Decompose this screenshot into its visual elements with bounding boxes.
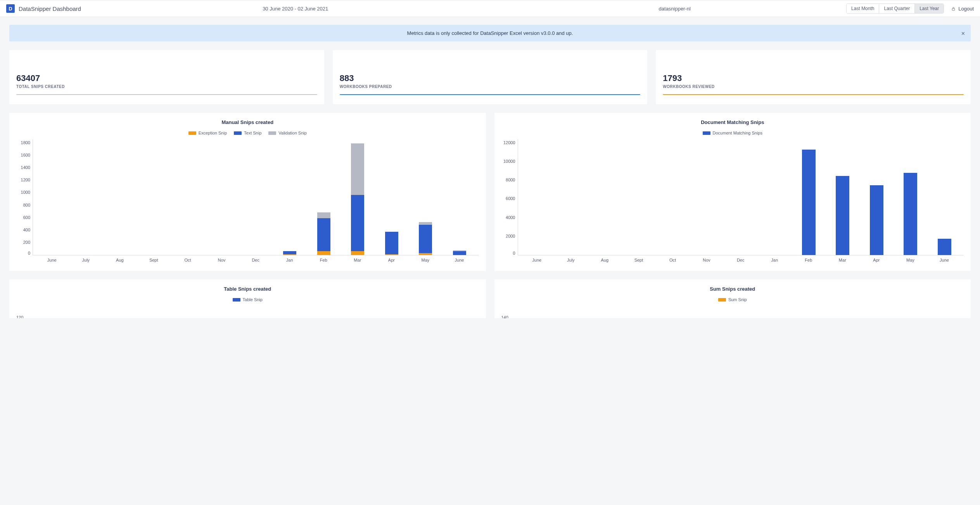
bar — [802, 150, 816, 255]
bar-segment — [419, 225, 432, 253]
period-last-month[interactable]: Last Month — [847, 4, 879, 13]
summary-underline — [16, 94, 317, 95]
chart-doc-matching: Document Matching Snips Document Matchin… — [494, 113, 971, 271]
bar-group — [900, 139, 921, 255]
x-tick: Apr — [866, 258, 887, 262]
summary-workbooks-reviewed: 1793 WORKBOOKS REVIEWED — [656, 50, 971, 104]
plot-area — [33, 139, 479, 255]
legend-label: Document Matching Snips — [713, 131, 762, 135]
bar-segment — [419, 222, 432, 225]
x-tick: Aug — [594, 258, 615, 262]
y-tick: 4000 — [501, 215, 515, 220]
bar-segment — [351, 251, 364, 255]
x-tick: May — [899, 258, 921, 262]
x-tick: Oct — [662, 258, 684, 262]
summary-label: WORKBOOKS REVIEWED — [663, 84, 964, 89]
bar-segment — [317, 251, 330, 255]
x-tick: Dec — [730, 258, 752, 262]
y-tick: 120 — [16, 315, 23, 318]
y-tick: 12000 — [501, 141, 515, 145]
header-right: Last Month Last Quarter Last Year Logout — [846, 3, 974, 14]
legend-swatch — [188, 131, 196, 135]
period-last-quarter[interactable]: Last Quarter — [879, 4, 915, 13]
bar-group — [933, 139, 955, 255]
y-tick: 1800 — [16, 141, 30, 145]
x-axis: JuneJulyAugSeptOctNovDecJanFebMarAprMayJ… — [518, 258, 964, 262]
bar-group — [177, 139, 199, 255]
bar-group — [415, 139, 436, 255]
legend-label: Exception Snip — [199, 131, 227, 135]
y-tick: 10000 — [501, 159, 515, 164]
bar-group — [832, 139, 854, 255]
chart-legend: Table Snip — [16, 297, 479, 302]
bar-group — [866, 139, 887, 255]
bar-group — [526, 139, 548, 255]
bar-segment — [385, 232, 398, 254]
summary-label: WORKBOOKS PREPARED — [340, 84, 641, 89]
chart-legend: Sum Snip — [501, 297, 964, 302]
bar-group — [75, 139, 97, 255]
close-icon[interactable]: ✕ — [961, 30, 965, 36]
x-tick: June — [449, 258, 470, 262]
summary-value: 883 — [340, 73, 641, 83]
legend-label: Text Snip — [244, 131, 261, 135]
chart-row-1: Manual Snips created Exception Snip Text… — [9, 113, 971, 271]
tenant-label: datasnipper-nl — [659, 6, 691, 12]
y-tick: 400 — [16, 228, 30, 232]
summary-row: 63407 TOTAL SNIPS CREATED 883 WORKBOOKS … — [9, 50, 971, 104]
chart-body: 180016001400120010008006004002000 JuneJu… — [16, 139, 479, 262]
chart-title: Document Matching Snips — [501, 118, 964, 125]
y-axis: 120001000080006000400020000 — [501, 139, 518, 255]
period-last-year[interactable]: Last Year — [915, 4, 944, 13]
summary-workbooks-prepared: 883 WORKBOOKS PREPARED — [333, 50, 648, 104]
chart-title: Manual Snips created — [16, 118, 479, 125]
chart-manual-snips: Manual Snips created Exception Snip Text… — [9, 113, 486, 271]
bar — [870, 185, 883, 255]
bar-group — [313, 139, 335, 255]
x-tick: Feb — [798, 258, 819, 262]
x-tick: July — [560, 258, 582, 262]
bar-group — [109, 139, 131, 255]
app-header: D DataSnipper Dashboard 30 June 2020 - 0… — [0, 0, 980, 17]
legend-swatch — [268, 131, 276, 135]
y-tick: 200 — [16, 240, 30, 245]
bar-stack — [283, 251, 296, 255]
x-tick: Dec — [245, 258, 266, 262]
page-title: DataSnipper Dashboard — [19, 5, 81, 12]
x-tick: Nov — [696, 258, 717, 262]
x-tick: Jan — [764, 258, 785, 262]
brand-logo: D — [6, 4, 15, 13]
bar-group — [449, 139, 470, 255]
bar-group — [381, 139, 403, 255]
legend-swatch — [233, 298, 240, 302]
bar-group — [245, 139, 267, 255]
legend-text-snip: Text Snip — [234, 131, 261, 135]
bar-group — [662, 139, 684, 255]
logout-button[interactable]: Logout — [951, 6, 974, 12]
legend-swatch — [703, 131, 710, 135]
summary-underline — [663, 94, 964, 95]
chart-title: Table Snips created — [16, 285, 479, 292]
bar-segment — [317, 218, 330, 251]
bar-segment — [419, 253, 432, 255]
bar-group — [347, 139, 368, 255]
bar-stack — [385, 232, 398, 255]
y-tick: 1400 — [16, 165, 30, 170]
y-tick: 600 — [16, 215, 30, 220]
x-tick: June — [41, 258, 63, 262]
period-toggle: Last Month Last Quarter Last Year — [846, 3, 944, 14]
x-tick: Sept — [143, 258, 164, 262]
chart-sum-snips: Sum Snips created Sum Snip 140 — [494, 279, 971, 318]
legend-sum-snip: Sum Snip — [718, 297, 747, 302]
x-tick: Oct — [177, 258, 199, 262]
x-tick: Jan — [279, 258, 301, 262]
y-tick: 140 — [501, 315, 508, 318]
chart-legend: Exception Snip Text Snip Validation Snip — [16, 131, 479, 135]
bar-group — [279, 139, 301, 255]
bar-group — [628, 139, 650, 255]
summary-label: TOTAL SNIPS CREATED — [16, 84, 317, 89]
info-banner-text: Metrics data is only collected for DataS… — [407, 30, 573, 36]
y-tick: 0 — [501, 251, 515, 255]
legend-label: Sum Snip — [728, 297, 747, 302]
y-tick: 1600 — [16, 153, 30, 157]
